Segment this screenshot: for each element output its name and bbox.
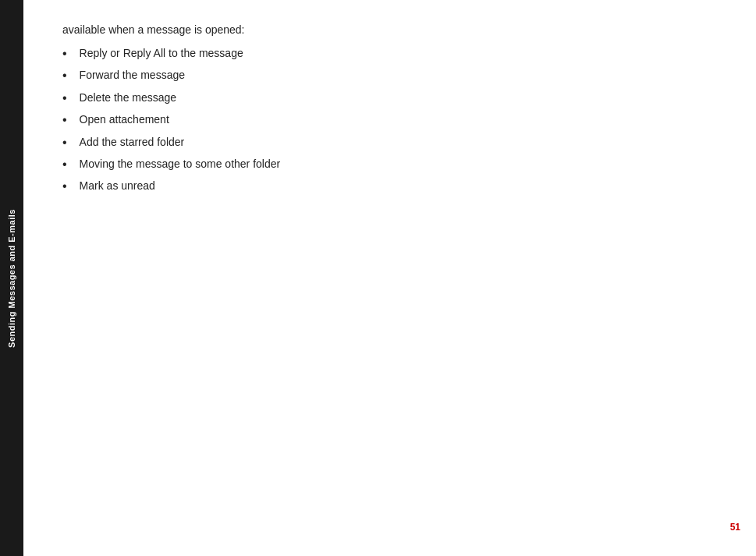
list-item-text: Delete the message bbox=[80, 90, 177, 106]
list-item: •Open attachement bbox=[62, 112, 717, 129]
bullet-dot-icon: • bbox=[62, 156, 67, 173]
sidebar-label: Sending Messages and E-mails bbox=[7, 209, 16, 348]
bullet-dot-icon: • bbox=[62, 134, 67, 151]
intro-text: available when a message is opened: bbox=[62, 23, 717, 36]
list-item-text: Reply or Reply All to the message bbox=[80, 45, 243, 62]
list-item: •Moving the message to some other folder bbox=[62, 156, 717, 173]
list-item: •Reply or Reply All to the message bbox=[62, 45, 717, 62]
bullet-dot-icon: • bbox=[62, 90, 67, 107]
list-item-text: Mark as unread bbox=[80, 178, 155, 194]
bullet-list: •Reply or Reply All to the message•Forwa… bbox=[62, 45, 717, 196]
list-item-text: Add the starred folder bbox=[80, 134, 185, 151]
page-number: 51 bbox=[730, 522, 740, 533]
bullet-dot-icon: • bbox=[62, 67, 67, 84]
list-item: •Add the starred folder bbox=[62, 134, 717, 151]
list-item-text: Open attachement bbox=[80, 112, 169, 128]
list-item-text: Forward the message bbox=[80, 67, 185, 83]
bullet-dot-icon: • bbox=[62, 112, 67, 129]
list-item: •Delete the message bbox=[62, 90, 717, 107]
main-content: available when a message is opened: •Rep… bbox=[23, 0, 756, 556]
sidebar: Sending Messages and E-mails bbox=[0, 0, 23, 556]
bullet-dot-icon: • bbox=[62, 178, 67, 195]
list-item: •Mark as unread bbox=[62, 178, 717, 195]
list-item: •Forward the message bbox=[62, 67, 717, 84]
bullet-dot-icon: • bbox=[62, 45, 67, 62]
list-item-text: Moving the message to some other folder bbox=[80, 156, 281, 172]
